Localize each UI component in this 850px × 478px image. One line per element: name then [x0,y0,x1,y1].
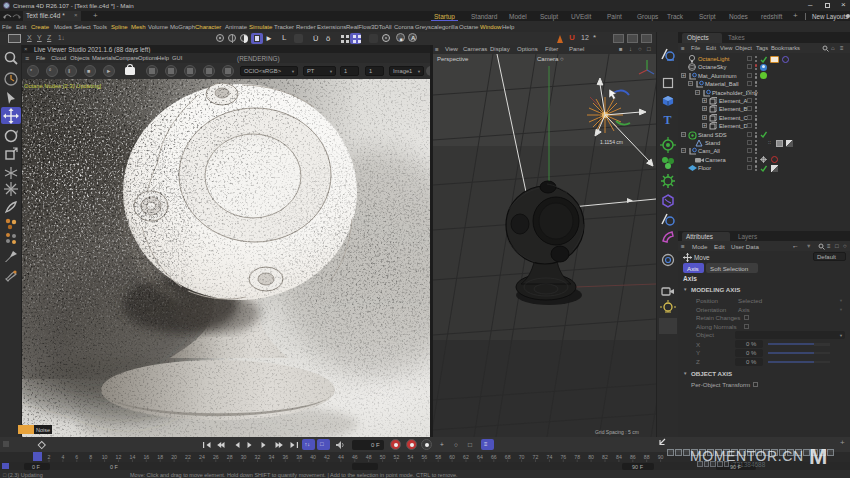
svg-text:12: 12 [116,454,122,460]
svg-text:T: T [664,113,672,127]
svg-text:86: 86 [630,454,636,460]
svg-text:2: 2 [48,454,51,460]
svg-text:4: 4 [61,454,64,460]
svg-text:30: 30 [241,454,247,460]
svg-text:80: 80 [588,454,594,460]
svg-text:50: 50 [380,454,386,460]
svg-text:76: 76 [560,454,566,460]
svg-text:84: 84 [616,454,622,460]
svg-text:64: 64 [477,454,483,460]
svg-text:60: 60 [449,454,455,460]
svg-text:20: 20 [171,454,177,460]
svg-text:42: 42 [324,454,330,460]
svg-text:22: 22 [185,454,191,460]
svg-text:10: 10 [102,454,108,460]
svg-text:34: 34 [269,454,275,460]
svg-text:46: 46 [352,454,358,460]
svg-text:62: 62 [463,454,469,460]
svg-text:88: 88 [644,454,650,460]
svg-text:26: 26 [213,454,219,460]
svg-text:18: 18 [157,454,163,460]
svg-text:24: 24 [199,454,205,460]
svg-text:1.1154 cm: 1.1154 cm [600,139,623,145]
svg-text:8: 8 [89,454,92,460]
svg-text:48: 48 [366,454,372,460]
svg-text:54: 54 [408,454,414,460]
svg-text:74: 74 [547,454,553,460]
svg-text:58: 58 [435,454,441,460]
svg-text:44: 44 [338,454,344,460]
svg-text:66: 66 [491,454,497,460]
svg-text:90: 90 [658,454,664,460]
svg-text:16: 16 [143,454,149,460]
svg-text:14: 14 [130,454,136,460]
svg-text:Camera ○: Camera ○ [537,56,564,62]
svg-text:68: 68 [505,454,511,460]
svg-text:28: 28 [227,454,233,460]
svg-text:72: 72 [533,454,539,460]
svg-text:32: 32 [255,454,261,460]
svg-text:56: 56 [421,454,427,460]
svg-text:6: 6 [75,454,78,460]
svg-text:40: 40 [310,454,316,460]
svg-text:38: 38 [296,454,302,460]
svg-text:52: 52 [394,454,400,460]
svg-text:Grid Spacing : 5 cm: Grid Spacing : 5 cm [595,429,639,435]
svg-text:Perspective: Perspective [437,56,469,62]
svg-text:78: 78 [574,454,580,460]
svg-text:36: 36 [282,454,288,460]
svg-text:70: 70 [519,454,525,460]
svg-text:82: 82 [602,454,608,460]
